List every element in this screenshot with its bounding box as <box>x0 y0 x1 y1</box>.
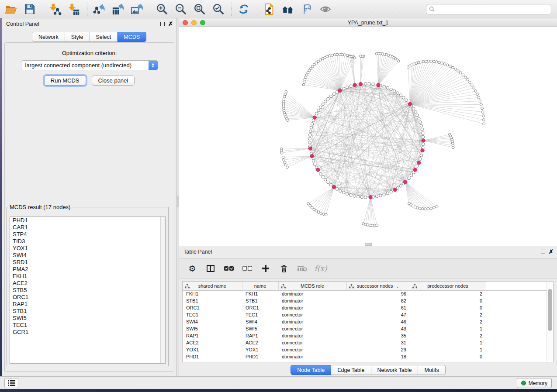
ring-node[interactable] <box>342 191 345 194</box>
ring-node[interactable] <box>416 114 419 117</box>
leaf-node[interactable] <box>459 72 462 74</box>
close-panel-icon[interactable]: ✗ <box>549 250 554 254</box>
cell-shared-name[interactable]: ACE2 <box>183 339 242 346</box>
leaf-node[interactable] <box>422 60 425 63</box>
leaf-node[interactable] <box>435 61 438 63</box>
criterion-select[interactable]: largest connected component (undirected)… <box>21 60 158 70</box>
network-canvas[interactable] <box>179 27 557 246</box>
leaf-node[interactable] <box>360 55 362 58</box>
ring-node[interactable] <box>315 112 318 115</box>
ring-node[interactable] <box>319 106 322 109</box>
minimize-window-icon[interactable] <box>191 20 197 25</box>
mcds-list-item[interactable]: YOX1 <box>10 245 165 252</box>
leaf-node[interactable] <box>471 84 473 86</box>
ring-node[interactable] <box>390 190 393 193</box>
ring-node[interactable] <box>420 124 423 127</box>
ring-node[interactable] <box>322 103 325 106</box>
ring-node[interactable] <box>408 177 411 180</box>
tab-select[interactable]: Select <box>90 32 118 42</box>
mcds-list-item[interactable]: TEC1 <box>10 322 165 329</box>
ring-node[interactable] <box>332 93 336 96</box>
cell-predecessor-nodes[interactable]: 1 <box>410 346 486 353</box>
leaf-node[interactable] <box>421 207 424 210</box>
leaf-node[interactable] <box>476 93 479 96</box>
cell-predecessor-nodes[interactable]: 1 <box>410 339 486 346</box>
leaf-node[interactable] <box>441 62 443 65</box>
zoom-out-button[interactable] <box>173 2 188 17</box>
cell-MCDS-role[interactable]: dominator <box>278 353 346 360</box>
float-panel-icon[interactable] <box>541 250 545 254</box>
leaf-node[interactable] <box>452 146 454 149</box>
mcds-node[interactable] <box>377 83 380 87</box>
import-table-button[interactable] <box>66 2 81 17</box>
table-row[interactable]: FKH1FKH1dominator962 <box>183 290 548 297</box>
leaf-node[interactable] <box>449 65 452 68</box>
share-document-button[interactable] <box>262 2 277 17</box>
table-row[interactable]: SWI5SWI5connector431 <box>183 325 548 332</box>
cell-name[interactable]: PHD1 <box>242 353 278 360</box>
ring-node[interactable] <box>329 95 332 98</box>
network-window-titlebar[interactable]: YPA_prune.txt_1 <box>179 18 557 27</box>
cell-successor-nodes[interactable]: 47 <box>346 311 410 318</box>
ring-node[interactable] <box>396 92 399 95</box>
leaf-node[interactable] <box>420 61 422 63</box>
leaf-node[interactable] <box>341 53 344 56</box>
memory-button[interactable]: Memory <box>517 378 552 388</box>
ring-node[interactable] <box>402 96 405 99</box>
mcds-list-item[interactable]: SWI5 <box>10 315 165 322</box>
cell-shared-name[interactable]: SWI4 <box>183 318 242 325</box>
ring-node[interactable] <box>375 195 378 198</box>
table-row[interactable]: STB1STB1dominator620 <box>183 297 548 304</box>
leaf-node[interactable] <box>467 79 469 81</box>
mcds-node[interactable] <box>310 155 314 158</box>
leaf-node[interactable] <box>462 74 464 76</box>
mcds-node[interactable] <box>417 161 420 165</box>
leaf-node[interactable] <box>425 60 427 63</box>
leaf-node[interactable] <box>284 161 286 164</box>
ring-node[interactable] <box>368 83 371 86</box>
leaf-node[interactable] <box>443 63 446 65</box>
leaf-node[interactable] <box>481 111 484 113</box>
export-network-button[interactable] <box>92 2 107 17</box>
ring-node[interactable] <box>419 120 422 124</box>
select-all-button[interactable] <box>224 263 234 274</box>
table-row[interactable]: YOX1YOX1connector291 <box>183 346 548 353</box>
ring-node[interactable] <box>353 195 356 198</box>
leaf-node[interactable] <box>436 206 438 208</box>
table-tab-node-table[interactable]: Node Table <box>291 365 331 375</box>
zoom-fit-button[interactable] <box>192 2 207 17</box>
leaf-node[interactable] <box>349 55 351 58</box>
ring-node[interactable] <box>342 87 345 90</box>
cell-name[interactable]: ORC1 <box>242 304 278 311</box>
mcds-node[interactable] <box>313 116 316 119</box>
leaf-node[interactable] <box>464 76 467 79</box>
leaf-node[interactable] <box>284 93 287 96</box>
leaf-node[interactable] <box>325 213 327 216</box>
mcds-node[interactable] <box>393 188 397 191</box>
leaf-node[interactable] <box>454 68 457 71</box>
leaf-node[interactable] <box>427 60 430 62</box>
cell-predecessor-nodes[interactable]: 2 <box>410 311 486 318</box>
ring-node[interactable] <box>399 185 402 188</box>
panel-menu-button[interactable] <box>4 378 18 388</box>
cell-MCDS-role[interactable]: dominator <box>278 318 346 325</box>
column-header-successor-nodes[interactable]: successor nodes⌄ <box>346 282 410 290</box>
cell-MCDS-role[interactable]: connector <box>278 311 346 318</box>
ring-node[interactable] <box>346 86 349 89</box>
mcds-node[interactable] <box>422 139 425 142</box>
mcds-list-item[interactable]: RAP1 <box>10 301 165 308</box>
cell-successor-nodes[interactable]: 46 <box>346 318 410 325</box>
ring-node[interactable] <box>308 134 311 137</box>
ring-node[interactable] <box>349 85 353 88</box>
leaf-node[interactable] <box>481 107 484 110</box>
ring-node[interactable] <box>422 143 425 146</box>
leaf-node[interactable] <box>283 98 285 100</box>
mcds-list-item[interactable]: SRD1 <box>10 259 165 266</box>
ring-node[interactable] <box>390 88 393 91</box>
ring-node[interactable] <box>416 165 419 168</box>
ring-node[interactable] <box>322 175 325 179</box>
close-panel-button[interactable]: Close panel <box>92 76 135 86</box>
mcds-node[interactable] <box>413 168 417 172</box>
mcds-list-item[interactable]: CAR1 <box>10 224 165 231</box>
cell-name[interactable]: SWI5 <box>242 325 278 332</box>
